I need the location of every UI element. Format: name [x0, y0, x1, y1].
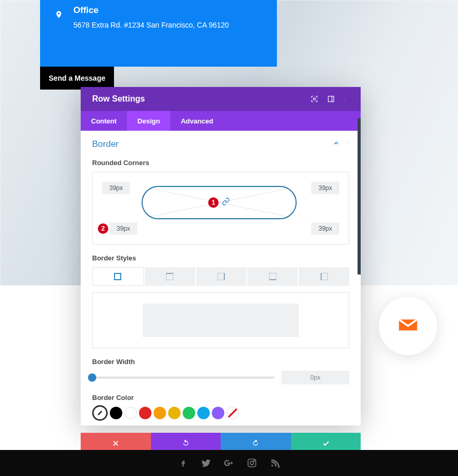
- office-card: Office 5678 Extra Rd. #1234 San Francisc…: [40, 0, 277, 67]
- svg-rect-0: [313, 98, 315, 100]
- office-title: Office: [73, 5, 229, 16]
- location-pin-icon: [55, 9, 63, 57]
- tab-design-label: Design: [137, 117, 160, 125]
- send-message-label: Send a Message: [49, 74, 106, 82]
- svg-point-11: [254, 460, 255, 461]
- color-swatch-selected[interactable]: [92, 405, 108, 421]
- tab-advanced-label: Advanced: [181, 117, 213, 125]
- slider-thumb[interactable]: [88, 373, 96, 382]
- svg-point-10: [250, 461, 254, 465]
- border-style-right[interactable]: [196, 267, 247, 286]
- annotation-badge-1: 1: [208, 197, 219, 208]
- border-style-preview: [92, 292, 349, 348]
- label-border-width: Border Width: [92, 358, 349, 366]
- svg-rect-1: [328, 96, 334, 102]
- border-color-palette: [92, 407, 349, 421]
- color-swatch-none[interactable]: [226, 407, 239, 419]
- modal-header: Row Settings: [81, 87, 361, 111]
- collapse-icon[interactable]: [333, 140, 340, 149]
- label-border-color: Border Color: [92, 394, 349, 402]
- border-style-all[interactable]: [92, 267, 144, 286]
- svg-point-8: [348, 144, 349, 144]
- mail-icon: [397, 314, 419, 338]
- corner-bottom-right-input[interactable]: 39px: [311, 222, 339, 235]
- svg-point-6: [348, 143, 349, 143]
- corner-bottom-left-input[interactable]: 39px: [109, 222, 137, 235]
- focus-icon[interactable]: [311, 95, 318, 103]
- svg-point-5: [345, 99, 346, 100]
- border-style-preview-inner: [143, 304, 299, 337]
- color-swatch-yellow[interactable]: [168, 407, 181, 419]
- corner-preview-pill: 1: [142, 186, 297, 219]
- tab-content[interactable]: Content: [81, 111, 127, 131]
- border-style-top[interactable]: [145, 267, 195, 286]
- color-swatch-purple[interactable]: [212, 407, 224, 419]
- annotation-badge-2: 2: [98, 223, 108, 234]
- instagram-icon[interactable]: [246, 457, 258, 469]
- svg-point-4: [345, 99, 346, 99]
- border-style-tabs: [92, 267, 349, 286]
- corner-top-right-input[interactable]: 39px: [311, 182, 339, 194]
- rss-icon[interactable]: [269, 457, 281, 469]
- svg-point-3: [345, 98, 346, 99]
- label-rounded-corners: Rounded Corners: [92, 159, 349, 167]
- section-more-icon[interactable]: [347, 140, 349, 149]
- color-swatch-red[interactable]: [139, 407, 151, 419]
- border-style-left[interactable]: [299, 267, 349, 286]
- svg-point-7: [348, 143, 349, 144]
- color-swatch-green[interactable]: [183, 407, 195, 419]
- row-settings-modal: Row Settings Content Design Advanced Bor…: [81, 87, 361, 425]
- modal-title: Row Settings: [92, 94, 145, 104]
- svg-point-12: [271, 465, 273, 466]
- label-border-styles: Border Styles: [92, 254, 349, 262]
- twitter-icon[interactable]: [200, 457, 212, 469]
- tab-content-label: Content: [91, 117, 117, 125]
- link-corners-icon[interactable]: [222, 197, 230, 208]
- color-swatch-white[interactable]: [124, 407, 137, 419]
- office-address: 5678 Extra Rd. #1234 San Francisco, CA 9…: [73, 21, 229, 29]
- color-swatch-blue[interactable]: [197, 407, 210, 419]
- color-swatch-black[interactable]: [110, 407, 122, 419]
- site-footer: [0, 450, 458, 476]
- section-title-border[interactable]: Border: [92, 139, 119, 149]
- color-swatch-orange[interactable]: [154, 407, 166, 419]
- panel-toggle-icon[interactable]: [327, 95, 335, 103]
- border-width-slider[interactable]: [92, 377, 274, 379]
- modal-body: Border Rounded Corners 39px 39px 39px 39…: [81, 131, 361, 425]
- google-plus-icon[interactable]: [223, 457, 235, 469]
- tab-advanced[interactable]: Advanced: [170, 111, 223, 131]
- modal-tabs: Content Design Advanced: [81, 111, 361, 131]
- more-menu-icon[interactable]: [344, 95, 351, 103]
- border-width-input[interactable]: 0px: [282, 371, 349, 384]
- scrollbar[interactable]: [358, 118, 361, 274]
- border-style-bottom[interactable]: [247, 267, 298, 286]
- send-message-button[interactable]: Send a Message: [40, 67, 114, 90]
- corner-top-left-input[interactable]: 39px: [102, 182, 130, 194]
- rounded-corners-control: 39px 39px 39px 39px 1 2: [92, 172, 349, 245]
- tab-design[interactable]: Design: [127, 111, 170, 131]
- contact-fab[interactable]: [379, 297, 437, 355]
- facebook-icon[interactable]: [177, 457, 189, 469]
